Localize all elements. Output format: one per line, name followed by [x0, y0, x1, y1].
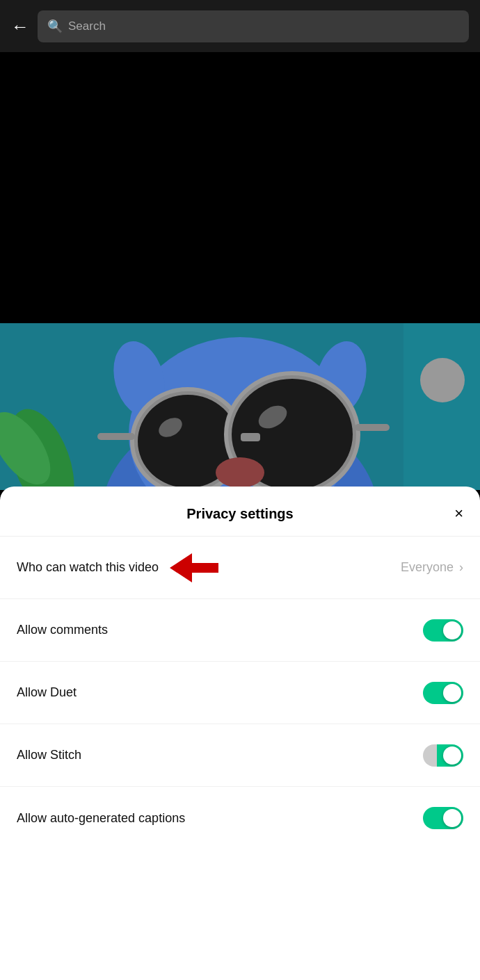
setting-right-who-can-watch: Everyone ›: [401, 560, 463, 575]
toggle-track-allow-duet: [423, 682, 463, 704]
setting-row-who-can-watch[interactable]: Who can watch this video Everyone ›: [0, 537, 480, 599]
top-bar: ← 🔍 Search: [0, 0, 480, 52]
setting-left-who-can-watch: Who can watch this video: [17, 550, 218, 585]
search-placeholder: Search: [68, 19, 106, 33]
settings-list: Who can watch this video Everyone › Allo…: [0, 537, 480, 849]
profile-circle[interactable]: [420, 358, 465, 402]
toggle-thumb-allow-comments: [443, 621, 461, 639]
cartoon-area: [0, 323, 480, 490]
privacy-settings-sheet: Privacy settings × Who can watch this vi…: [0, 487, 480, 980]
red-arrow-icon: [170, 550, 218, 585]
setting-row-allow-captions[interactable]: Allow auto-generated captions: [0, 787, 480, 849]
svg-rect-13: [97, 433, 135, 440]
close-button[interactable]: ×: [454, 506, 463, 521]
setting-row-allow-duet[interactable]: Allow Duet: [0, 662, 480, 724]
video-area: [0, 52, 480, 323]
svg-rect-12: [355, 424, 390, 431]
setting-row-allow-comments[interactable]: Allow comments: [0, 599, 480, 662]
setting-label-allow-comments: Allow comments: [17, 623, 108, 637]
setting-row-allow-stitch[interactable]: Allow Stitch: [0, 724, 480, 787]
everyone-value: Everyone: [401, 560, 454, 575]
toggle-thumb-allow-stitch: [443, 746, 461, 765]
setting-label-allow-captions: Allow auto-generated captions: [17, 811, 185, 826]
svg-rect-11: [241, 433, 260, 441]
sheet-title: Privacy settings: [186, 506, 293, 522]
toggle-allow-stitch[interactable]: [423, 744, 463, 767]
toggle-allow-duet[interactable]: [423, 682, 463, 704]
chevron-right-icon: ›: [459, 560, 463, 575]
toggle-thumb-allow-duet: [443, 684, 461, 702]
setting-label-who-can-watch: Who can watch this video: [17, 560, 159, 575]
toggle-thumb-allow-captions: [443, 809, 461, 827]
toggle-track-allow-captions: [423, 807, 463, 829]
search-icon: 🔍: [47, 19, 63, 34]
toggle-allow-comments[interactable]: [423, 619, 463, 642]
back-button[interactable]: ←: [11, 17, 29, 35]
toggle-track-allow-stitch: [423, 744, 463, 767]
setting-label-allow-stitch: Allow Stitch: [17, 748, 81, 762]
search-bar[interactable]: 🔍 Search: [38, 10, 469, 42]
svg-rect-17: [403, 323, 480, 490]
cartoon-illustration: [0, 323, 480, 490]
svg-marker-18: [170, 553, 218, 582]
toggle-track-allow-comments: [423, 619, 463, 642]
svg-point-16: [216, 457, 264, 488]
sheet-header: Privacy settings ×: [0, 487, 480, 537]
setting-label-allow-duet: Allow Duet: [17, 685, 77, 700]
toggle-allow-captions[interactable]: [423, 807, 463, 829]
